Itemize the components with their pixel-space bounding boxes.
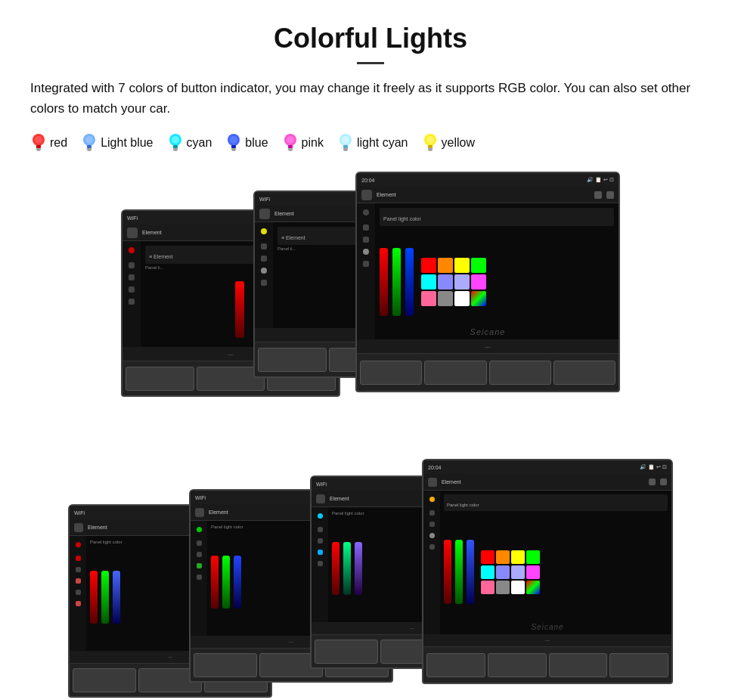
color-item-blue: blue — [225, 132, 268, 153]
svg-rect-7 — [87, 145, 91, 148]
watermark-bottom: Seicane — [531, 623, 563, 631]
color-label-lightblue: Light blue — [101, 136, 153, 150]
color-labels: red Light blue cyan — [30, 132, 711, 153]
device-bottom-4: 20:04 🔊 📋 ↩ ⊡ Element — [422, 459, 673, 684]
svg-rect-29 — [343, 150, 347, 151]
color-item-cyan: cyan — [167, 132, 212, 153]
color-item-red: red — [30, 132, 67, 153]
svg-rect-3 — [36, 148, 42, 150]
svg-rect-2 — [36, 145, 41, 148]
svg-rect-4 — [37, 150, 41, 151]
svg-rect-22 — [288, 145, 293, 148]
svg-rect-14 — [173, 150, 177, 151]
svg-rect-28 — [343, 148, 348, 150]
color-label-yellow: yellow — [442, 136, 475, 150]
color-label-lightcyan: light cyan — [357, 136, 408, 150]
svg-rect-19 — [232, 150, 236, 151]
svg-rect-18 — [231, 148, 237, 150]
svg-point-11 — [172, 136, 179, 144]
color-label-cyan: cyan — [187, 136, 212, 150]
color-item-lightcyan: light cyan — [337, 132, 408, 153]
svg-rect-32 — [428, 145, 433, 148]
color-label-pink: pink — [302, 136, 324, 150]
svg-point-21 — [287, 136, 294, 144]
bulb-icon-lightcyan — [337, 132, 354, 153]
svg-rect-24 — [288, 150, 292, 151]
title-section: Colorful Lights — [30, 23, 711, 64]
bottom-row-devices: WiFi Element ■ Element — [68, 459, 673, 700]
bulb-icon-yellow — [422, 132, 439, 153]
svg-point-16 — [230, 136, 237, 144]
bulb-icon-lightblue — [81, 132, 98, 153]
svg-point-1 — [35, 136, 42, 144]
title-divider — [357, 62, 384, 64]
bulb-icon-pink — [282, 132, 299, 153]
bulb-icon-cyan — [167, 132, 184, 153]
page-container: Colorful Lights Integrated with 7 colors… — [0, 0, 741, 700]
svg-rect-34 — [428, 150, 432, 151]
svg-point-6 — [85, 136, 93, 144]
svg-rect-17 — [231, 145, 236, 148]
device-top-3: 20:04 🔊 📋 ↩ ⊡ Element — [355, 172, 620, 392]
device-screen-b4: 20:04 🔊 📋 ↩ ⊡ Element — [422, 459, 673, 646]
color-item-yellow: yellow — [422, 132, 475, 153]
top-row-devices: WiFi ▲ Element ■ ▲ Element — [121, 172, 620, 429]
svg-rect-9 — [88, 150, 91, 151]
svg-rect-12 — [173, 145, 178, 148]
bulb-icon-red — [30, 132, 47, 153]
svg-rect-8 — [87, 148, 92, 150]
page-title: Colorful Lights — [30, 23, 711, 54]
description-text: Integrated with 7 colors of button indic… — [30, 78, 711, 119]
svg-point-31 — [426, 136, 434, 144]
bulb-icon-blue — [225, 132, 242, 153]
svg-rect-13 — [172, 148, 178, 150]
color-label-red: red — [50, 136, 67, 150]
color-item-lightblue: Light blue — [81, 132, 153, 153]
svg-point-26 — [342, 136, 349, 144]
svg-rect-33 — [427, 148, 433, 150]
svg-rect-27 — [343, 145, 348, 148]
color-label-blue: blue — [245, 136, 268, 150]
device-screen-3: 20:04 🔊 📋 ↩ ⊡ Element — [355, 172, 620, 353]
color-item-pink: pink — [282, 132, 324, 153]
svg-rect-23 — [287, 148, 293, 150]
